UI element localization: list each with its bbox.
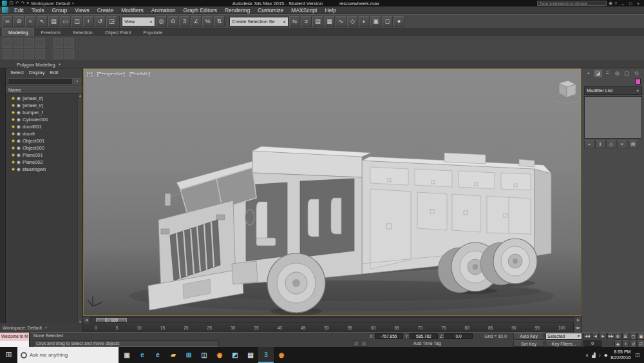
visibility-bulb-icon[interactable] (12, 139, 15, 142)
redo-icon[interactable]: ↷ (21, 1, 25, 6)
bind-spacewarp-icon[interactable]: ≈ (25, 16, 36, 27)
key-filters-button[interactable]: Key Filters... (545, 340, 582, 347)
taskbar-search-input[interactable] (30, 352, 115, 358)
make-unique-button[interactable]: ◇ (606, 140, 616, 148)
visibility-bulb-icon[interactable] (12, 118, 15, 121)
scene-object-row[interactable]: Cylinder001 (6, 116, 82, 123)
workspace-switcher[interactable]: Workspace: Default ▼ (0, 323, 83, 332)
scene-object-row[interactable]: [wheel_lf] (6, 95, 82, 102)
ribbon-tool-button[interactable] (64, 49, 74, 59)
visibility-bulb-icon[interactable] (12, 104, 15, 107)
configure-modifier-sets-button[interactable]: ▤ (628, 140, 638, 148)
modifier-stack[interactable] (584, 96, 642, 139)
clear-filter-icon[interactable]: × (74, 78, 80, 84)
minimize-button[interactable]: – (619, 1, 627, 6)
select-object-icon[interactable]: ↖ (37, 16, 48, 27)
menu-item[interactable]: Tools (28, 6, 48, 14)
trackbar-options-icon[interactable]: ◀▶ (573, 323, 582, 332)
zoom-extents-icon[interactable]: ◻ (630, 333, 637, 340)
snaps-toggle-icon[interactable]: 3 (179, 16, 190, 27)
ribbon-tab[interactable]: Freeform (35, 29, 66, 36)
scene-explorer-menu[interactable]: Edit (47, 70, 61, 75)
scene-object-row[interactable]: [wheel_lr] (6, 102, 82, 109)
ribbon-tab[interactable]: Modeling (2, 28, 34, 36)
scene-object-row[interactable]: bumper_f (6, 109, 82, 116)
select-move-icon[interactable]: + (83, 16, 94, 27)
previous-frame-button[interactable]: ◀ (592, 333, 599, 339)
graphite-ribbon-icon[interactable]: ▦ (324, 16, 335, 27)
previous-frame-arrow-icon[interactable]: ◀ (83, 317, 90, 324)
play-button[interactable]: ▶ (600, 333, 607, 339)
menu-item[interactable]: Animation (147, 6, 180, 14)
workspace-selector[interactable]: Workspace: Default ▼ (31, 1, 75, 6)
time-slider-handle[interactable]: 0 / 100 (96, 318, 127, 322)
material-editor-icon[interactable]: ◐ (359, 16, 370, 27)
menu-item[interactable]: Rendering (221, 6, 254, 14)
viewcube[interactable] (553, 81, 581, 103)
hierarchy-tab[interactable]: ≡ (603, 70, 612, 77)
mail-icon[interactable]: ◫ (196, 347, 212, 363)
max-app-logo-icon[interactable] (2, 1, 7, 6)
scene-object-row[interactable]: Object001 (6, 137, 82, 144)
layer-manager-icon[interactable]: ▤ (312, 16, 323, 27)
scene-explorer-menu[interactable]: Select (8, 70, 26, 75)
taskbar-clock[interactable]: 8:55 PM 8/22/2016 (611, 349, 630, 361)
ribbon-tool-button[interactable] (14, 38, 23, 48)
menu-item[interactable]: Views (71, 6, 93, 14)
viewport-menu-token[interactable]: [Realistic] (129, 71, 151, 77)
ribbon-tool-button[interactable] (35, 38, 45, 48)
timeline-ruler[interactable]: 0510152025303540455055606570758085909510… (83, 323, 573, 332)
menu-item[interactable]: Create (93, 6, 118, 14)
close-button[interactable]: × (634, 1, 642, 6)
perspective-viewport[interactable]: [+][Perspective][Realistic] (83, 68, 582, 316)
rescue-truck-model[interactable] (84, 69, 582, 316)
visibility-bulb-icon[interactable] (12, 146, 15, 150)
coordinate-field[interactable]: 0.0 (444, 333, 473, 339)
zoom-all-icon[interactable]: ⊞ (622, 333, 629, 340)
zoom-extents-all-icon[interactable]: ▣ (638, 333, 644, 340)
volume-icon[interactable]: ♪ (598, 353, 601, 358)
store-icon[interactable]: ⊞ (181, 347, 196, 363)
go-to-start-button[interactable]: ◀◀ (583, 333, 591, 339)
mirror-icon[interactable]: ⇋ (289, 16, 300, 27)
menu-item[interactable]: MAXScript (287, 6, 321, 14)
render-production-icon[interactable]: ● (393, 16, 404, 27)
select-manipulate-icon[interactable]: ⊙ (167, 16, 178, 27)
ribbon-tool-button[interactable] (35, 49, 45, 59)
visibility-bulb-icon[interactable] (12, 153, 15, 157)
coordinate-field[interactable]: -767.855 (375, 333, 403, 339)
align-icon[interactable]: ≡ (301, 16, 312, 27)
create-tab[interactable]: + (584, 70, 592, 77)
ribbon-tab[interactable]: Object Paint (99, 29, 137, 36)
taskbar-search[interactable] (17, 347, 119, 363)
select-by-name-icon[interactable]: ▤ (48, 16, 59, 27)
ribbon-tool-button[interactable] (3, 49, 12, 59)
menu-item[interactable]: Edit (10, 6, 28, 14)
utilities-tab[interactable]: ◇ (632, 70, 641, 77)
menu-item[interactable]: Group (48, 6, 71, 14)
task-view-icon[interactable]: ▣ (119, 347, 135, 363)
window-crossing-icon[interactable]: ◫ (71, 16, 82, 27)
ribbon-tool-button[interactable] (14, 49, 23, 59)
spinner-snap-icon[interactable]: ⇅ (214, 16, 225, 27)
scene-explorer-menu[interactable]: Display (26, 70, 48, 75)
motion-tab[interactable]: ◎ (613, 70, 621, 77)
add-time-tag[interactable]: Add Time Tag (413, 341, 441, 346)
menu-item[interactable]: Graph Editors (179, 6, 220, 14)
zoom-icon[interactable]: ⊕ (614, 333, 621, 340)
object-color-swatch[interactable] (635, 79, 641, 84)
schematic-view-icon[interactable]: ◇ (347, 16, 358, 27)
visibility-bulb-icon[interactable] (12, 111, 15, 114)
maxscript-mini-listener[interactable]: Welcome to M (0, 333, 30, 348)
visibility-bulb-icon[interactable] (12, 132, 15, 135)
sign-in-icon[interactable]: ◉ (609, 1, 612, 6)
use-pivot-center-icon[interactable]: ◎ (156, 16, 167, 27)
hidden-icons-chevron[interactable]: ∧ (585, 353, 589, 358)
action-center-icon[interactable]: ◫ (634, 352, 641, 358)
undo-icon[interactable]: ↶ (15, 1, 19, 6)
pin-stack-button[interactable]: ▪ (584, 140, 594, 148)
current-frame-field[interactable]: 0 (583, 340, 601, 347)
curve-editor-icon[interactable]: ∿ (336, 16, 346, 27)
show-end-result-button[interactable]: ‖ (595, 140, 605, 148)
keyword-search-input[interactable] (537, 1, 607, 6)
